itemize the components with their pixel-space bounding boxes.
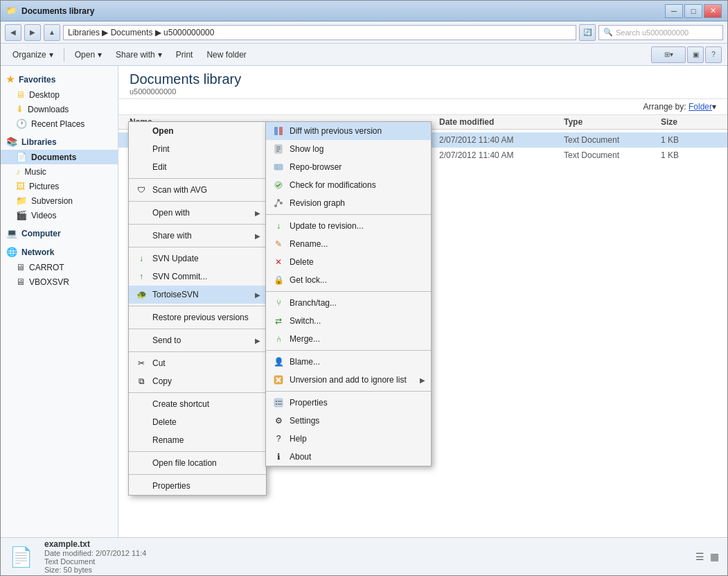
- cm-open-with[interactable]: Open with: [129, 204, 266, 222]
- view-options-button[interactable]: ⊞▾: [651, 46, 686, 63]
- music-icon: ♪: [16, 166, 21, 177]
- search-icon: 🔍: [603, 28, 613, 37]
- sm-check-mods[interactable]: Check for modifications: [266, 176, 431, 194]
- search-box[interactable]: 🔍 Search u5000000000: [598, 25, 723, 40]
- cm-copy[interactable]: ⧉ Copy: [129, 372, 266, 390]
- cm-delete[interactable]: Delete: [129, 413, 266, 431]
- sm-about[interactable]: ℹ About: [266, 448, 431, 466]
- network-header[interactable]: 🌐 Network: [1, 244, 118, 260]
- sm-unversion-label: Unversion and add to ignore list: [290, 375, 407, 385]
- address-path[interactable]: Libraries ▶ Documents ▶ u5000000000: [63, 25, 576, 40]
- preview-pane-button[interactable]: ▣: [687, 46, 704, 63]
- cm-open-file-loc[interactable]: Open file location: [129, 454, 266, 472]
- cm-rename[interactable]: Rename: [129, 431, 266, 449]
- file-type-1: Text Document: [564, 135, 661, 145]
- sm-rename[interactable]: ✎ Rename...: [266, 235, 431, 253]
- sm-sep-2: [266, 291, 431, 292]
- status-file-icon: 📄: [9, 546, 33, 568]
- cm-delete-label: Delete: [152, 417, 177, 427]
- sm-about-label: About: [290, 452, 311, 462]
- sidebar-item-desktop[interactable]: 🖥 Desktop: [1, 87, 118, 102]
- recent-places-icon: 🕐: [16, 119, 27, 129]
- folder-link[interactable]: Folder: [689, 102, 712, 112]
- sm-repo-browser[interactable]: Repo-browser: [266, 158, 431, 176]
- libraries-header[interactable]: 📚 Libraries: [1, 134, 118, 150]
- col-date[interactable]: Date modified: [439, 117, 564, 127]
- sidebar-item-pictures[interactable]: 🖼 Pictures: [1, 179, 118, 193]
- close-button[interactable]: ✕: [704, 4, 722, 18]
- settings-icon: ⚙: [273, 415, 284, 426]
- back-button[interactable]: ◀: [5, 24, 21, 41]
- list-view-button[interactable]: ☰: [695, 551, 704, 562]
- cm-share-with[interactable]: Share with: [129, 227, 266, 245]
- network-icon: 🌐: [6, 247, 17, 257]
- details-view-button[interactable]: ▦: [710, 551, 719, 562]
- sidebar-item-downloads[interactable]: ⬇ Downloads: [1, 102, 118, 116]
- sm-delete[interactable]: ✕ Delete: [266, 253, 431, 271]
- forward-button[interactable]: ▶: [24, 24, 41, 41]
- sm-unversion[interactable]: Unversion and add to ignore list: [266, 371, 431, 389]
- cm-properties[interactable]: Properties: [129, 477, 266, 495]
- sm-diff[interactable]: Diff with previous version: [266, 122, 431, 140]
- network-section: 🌐 Network 🖥 CARROT 🖥 VBOXSVR: [1, 244, 118, 289]
- sm-revision-graph[interactable]: Revision graph: [266, 194, 431, 212]
- videos-label: Videos: [31, 211, 56, 220]
- share-with-button[interactable]: Share with ▾: [109, 46, 168, 64]
- cm-tortoisesvn[interactable]: 🐢 TortoiseSVN: [129, 286, 266, 304]
- file-size-2: 1 KB: [661, 150, 716, 160]
- cm-svn-update[interactable]: ↓ SVN Update: [129, 250, 266, 268]
- up-button[interactable]: ▲: [44, 24, 60, 41]
- cm-svn-commit[interactable]: ↑ SVN Commit...: [129, 268, 266, 286]
- sidebar-item-recent-places[interactable]: 🕐 Recent Places: [1, 116, 118, 131]
- organize-button[interactable]: Organize ▾: [6, 46, 60, 64]
- cm-open[interactable]: Open: [129, 122, 266, 140]
- computer-header[interactable]: 💻 Computer: [1, 225, 118, 241]
- cm-create-shortcut[interactable]: Create shortcut: [129, 395, 266, 413]
- sidebar-item-videos[interactable]: 🎬 Videos: [1, 208, 118, 222]
- sm-branch-tag[interactable]: ⑂ Branch/tag...: [266, 294, 431, 312]
- sm-switch[interactable]: ⇄ Switch...: [266, 312, 431, 330]
- title-bar: 📁 Documents library ─ □ ✕: [1, 1, 727, 21]
- props-icon: [273, 397, 284, 408]
- col-size[interactable]: Size: [661, 117, 716, 127]
- cm-edit[interactable]: Edit: [129, 158, 266, 176]
- copy-icon: ⧉: [136, 376, 147, 387]
- sidebar-item-vboxsvr[interactable]: 🖥 VBOXSVR: [1, 274, 118, 289]
- status-right: ☰ ▦: [695, 551, 719, 562]
- open-button[interactable]: Open ▾: [69, 46, 108, 64]
- favorites-header[interactable]: ★ Favorites: [1, 71, 118, 87]
- sm-rename-label: Rename...: [290, 239, 328, 249]
- sidebar-item-music[interactable]: ♪ Music: [1, 164, 118, 179]
- sidebar-item-carrot[interactable]: 🖥 CARROT: [1, 260, 118, 274]
- new-folder-button[interactable]: New folder: [200, 46, 252, 64]
- sidebar-item-documents[interactable]: 📄 Documents: [1, 150, 118, 164]
- refresh-button[interactable]: 🔄: [579, 24, 596, 41]
- cm-scan-avg[interactable]: 🛡 Scan with AVG: [129, 181, 266, 199]
- cm-sep-1: [129, 178, 266, 179]
- print-button[interactable]: Print: [170, 46, 199, 64]
- help-button[interactable]: ?: [705, 46, 722, 63]
- cm-print[interactable]: Print: [129, 140, 266, 158]
- sm-blame[interactable]: 👤 Blame...: [266, 353, 431, 371]
- maximize-button[interactable]: □: [684, 4, 702, 18]
- sidebar-item-subversion[interactable]: 📁 Subversion: [1, 193, 118, 208]
- cm-sep-7: [129, 351, 266, 352]
- sm-sep-4: [266, 391, 431, 392]
- minimize-button[interactable]: ─: [665, 4, 683, 18]
- library-title: Documents library: [130, 71, 716, 87]
- cm-send-to[interactable]: Send to: [129, 331, 266, 349]
- col-type[interactable]: Type: [564, 117, 661, 127]
- sm-get-lock[interactable]: 🔒 Get lock...: [266, 271, 431, 289]
- check-mods-icon: [273, 180, 284, 191]
- sm-settings[interactable]: ⚙ Settings: [266, 412, 431, 430]
- cm-cut[interactable]: ✂ Cut: [129, 354, 266, 372]
- cm-restore-prev[interactable]: Restore previous versions: [129, 308, 266, 326]
- rename-sm-icon: ✎: [273, 238, 284, 250]
- sm-help[interactable]: ? Help: [266, 430, 431, 448]
- cm-print-label: Print: [152, 144, 170, 154]
- sm-merge[interactable]: ⑃ Merge...: [266, 330, 431, 348]
- sm-show-log[interactable]: Show log: [266, 140, 431, 158]
- sm-update-revision[interactable]: ↓ Update to revision...: [266, 217, 431, 235]
- documents-label: Documents: [31, 152, 76, 162]
- sm-properties[interactable]: Properties: [266, 394, 431, 412]
